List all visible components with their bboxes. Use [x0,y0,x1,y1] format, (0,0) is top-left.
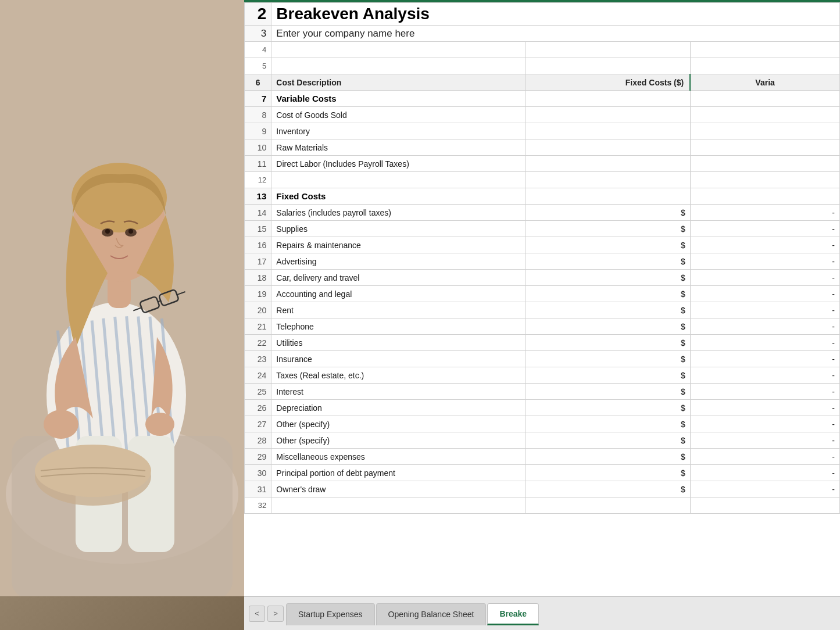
depreciation-label[interactable]: Depreciation [271,400,526,416]
tab-prev-button[interactable]: < [249,606,265,622]
taxes-label[interactable]: Taxes (Real estate, etc.) [271,367,526,384]
rent-dash[interactable]: - [690,302,839,318]
other1-label[interactable]: Other (specify) [271,416,526,432]
insurance-label[interactable]: Insurance [271,351,526,367]
cell-32-c[interactable] [526,497,690,514]
rent-dollar[interactable]: $ [526,302,690,318]
cell-11-c[interactable] [526,156,690,172]
row-20: 20 Rent $ - [245,302,840,318]
tab-breakeven[interactable]: Breake [487,603,539,625]
taxes-dollar[interactable]: $ [526,367,690,384]
col-header-description[interactable]: Cost Description [271,74,526,91]
accounting-dollar[interactable]: $ [526,286,690,302]
depreciation-dash[interactable]: - [690,400,839,416]
cell-5-b[interactable] [271,58,526,74]
cell-13-d[interactable] [690,188,839,205]
insurance-dash[interactable]: - [690,351,839,367]
principal-label[interactable]: Principal portion of debt payment [271,465,526,481]
fixed-costs-label[interactable]: Fixed Costs [271,188,526,205]
direct-labor-label[interactable]: Direct Labor (Includes Payroll Taxes) [271,156,526,172]
row-num-10: 10 [245,139,271,156]
inventory-label[interactable]: Inventory [271,123,526,139]
owners-draw-dash[interactable]: - [690,481,839,497]
advertising-dash[interactable]: - [690,253,839,270]
tab-next-button[interactable]: > [267,606,284,622]
cell-7-d[interactable] [690,91,839,107]
row-num-31: 31 [245,481,271,497]
telephone-dash[interactable]: - [690,318,839,335]
interest-dollar[interactable]: $ [526,384,690,400]
repairs-dash[interactable]: - [690,237,839,253]
supplies-dash[interactable]: - [690,221,839,237]
raw-materials-label[interactable]: Raw Materials [271,139,526,156]
cell-4-d[interactable] [690,42,839,58]
repairs-dollar[interactable]: $ [526,237,690,253]
telephone-dollar[interactable]: $ [526,318,690,335]
tab-opening-balance-sheet[interactable]: Opening Balance Sheet [376,603,487,625]
supplies-label[interactable]: Supplies [271,221,526,237]
owners-draw-dollar[interactable]: $ [526,481,690,497]
col-header-fixed[interactable]: Fixed Costs ($) [526,74,690,91]
cell-8-c[interactable] [526,107,690,123]
row-num-18: 18 [245,270,271,286]
other2-dollar[interactable]: $ [526,432,690,449]
owners-draw-label[interactable]: Owner's draw [271,481,526,497]
col-header-variable[interactable]: Varia [690,74,839,91]
car-dollar[interactable]: $ [526,270,690,286]
cell-12-c[interactable] [526,172,690,188]
cell-4-c[interactable] [526,42,690,58]
salaries-label[interactable]: Salaries (includes payroll taxes) [271,205,526,221]
repairs-label[interactable]: Repairs & maintenance [271,237,526,253]
utilities-dollar[interactable]: $ [526,335,690,351]
salaries-dollar[interactable]: $ [526,205,690,221]
cell-13-c[interactable] [526,188,690,205]
cell-32-d[interactable] [690,497,839,514]
cell-9-d[interactable] [690,123,839,139]
depreciation-dollar[interactable]: $ [526,400,690,416]
other1-dash[interactable]: - [690,416,839,432]
cost-of-goods-sold-label[interactable]: Cost of Goods Sold [271,107,526,123]
cell-32-b[interactable] [271,497,526,514]
advertising-dollar[interactable]: $ [526,253,690,270]
principal-dash[interactable]: - [690,465,839,481]
utilities-label[interactable]: Utilities [271,335,526,351]
interest-dash[interactable]: - [690,384,839,400]
cell-4-b[interactable] [271,42,526,58]
row-num-7: 7 [245,91,271,107]
taxes-dash[interactable]: - [690,367,839,384]
insurance-dollar[interactable]: $ [526,351,690,367]
cell-10-d[interactable] [690,139,839,156]
spreadsheet-subtitle[interactable]: Enter your company name here [271,26,840,42]
row-14: 14 Salaries (includes payroll taxes) $ - [245,205,840,221]
other2-dash[interactable]: - [690,432,839,449]
cell-12-b[interactable] [271,172,526,188]
cell-11-d[interactable] [690,156,839,172]
advertising-label[interactable]: Advertising [271,253,526,270]
car-dash[interactable]: - [690,270,839,286]
accounting-dash[interactable]: - [690,286,839,302]
other1-dollar[interactable]: $ [526,416,690,432]
interest-label[interactable]: Interest [271,384,526,400]
principal-dollar[interactable]: $ [526,465,690,481]
rent-label[interactable]: Rent [271,302,526,318]
other2-label[interactable]: Other (specify) [271,432,526,449]
cell-10-c[interactable] [526,139,690,156]
tab-startup-expenses[interactable]: Startup Expenses [286,603,375,625]
utilities-dash[interactable]: - [690,335,839,351]
car-delivery-label[interactable]: Car, delivery and travel [271,270,526,286]
telephone-label[interactable]: Telephone [271,318,526,335]
variable-costs-label[interactable]: Variable Costs [271,91,526,107]
cell-7-c[interactable] [526,91,690,107]
cell-12-d[interactable] [690,172,839,188]
cell-9-c[interactable] [526,123,690,139]
misc-dollar[interactable]: $ [526,449,690,465]
misc-dash[interactable]: - [690,449,839,465]
spreadsheet-title[interactable]: Breakeven Analysis [271,3,840,26]
supplies-dollar[interactable]: $ [526,221,690,237]
misc-label[interactable]: Miscellaneous expenses [271,449,526,465]
accounting-label[interactable]: Accounting and legal [271,286,526,302]
salaries-dash[interactable]: - [690,205,839,221]
cell-8-d[interactable] [690,107,839,123]
cell-5-d[interactable] [690,58,839,74]
cell-5-c[interactable] [526,58,690,74]
